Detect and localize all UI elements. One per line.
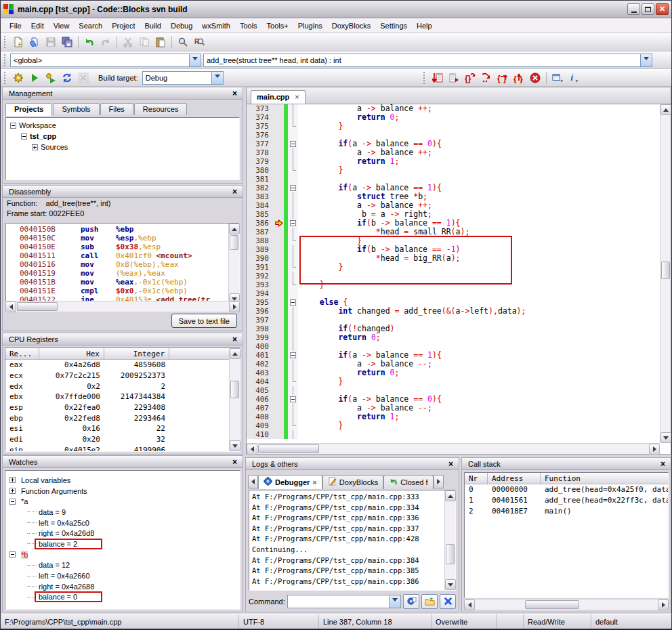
marker-margin[interactable]: [274, 166, 284, 175]
line-number[interactable]: 400: [247, 342, 274, 351]
debug-window-button[interactable]: [403, 594, 419, 609]
expand-icon[interactable]: [32, 144, 38, 150]
function-combobox[interactable]: add_tree(struct tree** head, int data) :…: [203, 54, 652, 67]
step-into-button[interactable]: [478, 70, 495, 85]
find-button[interactable]: [175, 35, 191, 49]
marker-margin[interactable]: [274, 131, 284, 140]
marker-margin[interactable]: [274, 342, 284, 351]
line-number[interactable]: 397: [247, 316, 274, 324]
paste-button[interactable]: [152, 35, 169, 49]
line-number[interactable]: 383: [247, 192, 274, 201]
tab-scroll-left-icon[interactable]: [248, 475, 258, 488]
line-number[interactable]: 378: [247, 148, 274, 157]
marker-margin[interactable]: [274, 404, 284, 413]
call-stack-hscrollbar[interactable]: [464, 599, 669, 610]
line-number[interactable]: 382: [247, 184, 274, 192]
line-number[interactable]: 407: [247, 404, 274, 413]
menu-doxyblocks[interactable]: DoxyBlocks: [327, 20, 375, 32]
call-stack-frame[interactable]: 100401561add_tree(head=0x22ff3c, data: [465, 495, 668, 506]
menu-edit[interactable]: Edit: [26, 20, 49, 32]
tab-scroll-right-icon[interactable]: [434, 475, 444, 488]
marker-margin[interactable]: [274, 316, 284, 324]
line-number[interactable]: 409: [247, 421, 274, 430]
build-target-combobox[interactable]: Debug: [142, 71, 224, 85]
marker-margin[interactable]: [274, 369, 284, 377]
fold-toggle-icon[interactable]: [288, 140, 298, 148]
debug-continue-button[interactable]: [429, 70, 446, 85]
code-line-410[interactable]: 410: [247, 430, 660, 439]
marker-margin[interactable]: [274, 298, 284, 307]
save-to-text-file-button[interactable]: Save to text file: [171, 314, 237, 328]
register-row[interactable]: esi0x1622: [5, 423, 240, 434]
line-number[interactable]: 403: [247, 369, 274, 377]
debugging-windows-button[interactable]: [549, 70, 566, 85]
minimize-button[interactable]: [627, 3, 640, 15]
code-line-404[interactable]: 404 }: [247, 377, 660, 386]
line-number[interactable]: 387: [247, 228, 274, 236]
line-number[interactable]: 376: [247, 131, 274, 140]
abort-button[interactable]: [75, 70, 91, 85]
register-row[interactable]: eip0x4015e24199906: [5, 445, 240, 453]
line-number[interactable]: 384: [247, 201, 274, 210]
disassembly-listing[interactable]: 0040150Bpush%ebp0040150Cmov%esp,%ebp0040…: [5, 223, 240, 304]
line-number[interactable]: 390: [247, 254, 274, 263]
call-stack-frame[interactable]: 2004018E7main(): [465, 505, 668, 516]
menu-project[interactable]: Project: [107, 20, 140, 32]
marker-margin[interactable]: [274, 395, 284, 404]
fold-toggle-icon[interactable]: [288, 395, 298, 404]
fold-toggle-icon[interactable]: [288, 219, 298, 228]
scope-combobox[interactable]: <global>: [10, 54, 201, 67]
watch-child-balance[interactable]: balance = 0: [9, 592, 240, 603]
marker-margin[interactable]: [274, 421, 284, 430]
expand-icon[interactable]: [9, 477, 16, 483]
tree-item-workspace[interactable]: Workspace: [7, 120, 238, 131]
menu-tools+[interactable]: Tools+: [262, 20, 293, 32]
fold-toggle-icon[interactable]: [288, 351, 298, 360]
code-line-399[interactable]: 399 return 0;: [247, 333, 660, 342]
line-number[interactable]: 373: [247, 104, 274, 113]
menu-plugins[interactable]: Plugins: [293, 20, 327, 32]
register-row[interactable]: edx0x22: [5, 381, 240, 392]
line-number[interactable]: 393: [247, 280, 274, 289]
line-number[interactable]: 408: [247, 413, 274, 421]
watch-child-balance[interactable]: balance = 2: [9, 539, 240, 549]
watch-item-functionarguments[interactable]: Function Arguments: [9, 486, 240, 497]
various-info-button[interactable]: i: [566, 70, 582, 85]
watches-tree[interactable]: Local variablesFunction Arguments*adata …: [5, 470, 240, 610]
register-row[interactable]: edi0x2032: [5, 434, 240, 445]
close-icon[interactable]: ×: [658, 460, 667, 468]
line-number[interactable]: 398: [247, 324, 274, 333]
tree-item-sources[interactable]: Sources: [7, 142, 238, 152]
watch-item-localvariables[interactable]: Local variables: [9, 475, 240, 486]
marker-margin[interactable]: [274, 122, 284, 131]
code-line-391[interactable]: 391 }: [247, 263, 660, 272]
marker-margin[interactable]: [274, 360, 284, 369]
debugger-log[interactable]: At F:/Programs/CPP/tst_cpp/main.cpp:333A…: [249, 490, 456, 591]
watch-item-b[interactable]: *b: [9, 549, 240, 560]
run-to-cursor-button[interactable]: [446, 70, 462, 85]
call-stack-header[interactable]: NrAddressFunction: [465, 473, 668, 484]
menu-build[interactable]: Build: [140, 20, 165, 32]
line-number[interactable]: 391: [247, 263, 274, 272]
line-number[interactable]: 394: [247, 289, 274, 298]
copy-button[interactable]: [136, 35, 152, 49]
menu-settings[interactable]: Settings: [375, 20, 412, 32]
menu-search[interactable]: Search: [74, 20, 107, 32]
line-number[interactable]: 395: [247, 298, 274, 307]
close-icon[interactable]: ×: [230, 89, 239, 98]
watch-child-right[interactable]: right = 0x4a26d8: [9, 528, 240, 539]
line-number[interactable]: 379: [247, 157, 274, 166]
run-button[interactable]: [26, 70, 43, 85]
chevron-down-icon[interactable]: [640, 54, 652, 66]
code-line-393[interactable]: 393 }: [247, 280, 660, 289]
watch-child-left[interactable]: left = 0x4a25c0: [9, 518, 240, 528]
toolbar-grip[interactable]: [3, 36, 8, 48]
close-button[interactable]: ✕: [656, 3, 669, 15]
line-number[interactable]: 399: [247, 333, 274, 342]
close-icon[interactable]: ×: [230, 335, 239, 343]
call-stack-frame[interactable]: 000000000add_tree(head=0x4a25f0, data: [465, 484, 668, 495]
code-area[interactable]: 373 a -> balance ++;374 return 0;375 }37…: [247, 104, 660, 443]
line-number[interactable]: 392: [247, 272, 274, 280]
log-tab-doxyblocks[interactable]: DoxyBlocks: [322, 475, 383, 489]
marker-margin[interactable]: [274, 289, 284, 298]
